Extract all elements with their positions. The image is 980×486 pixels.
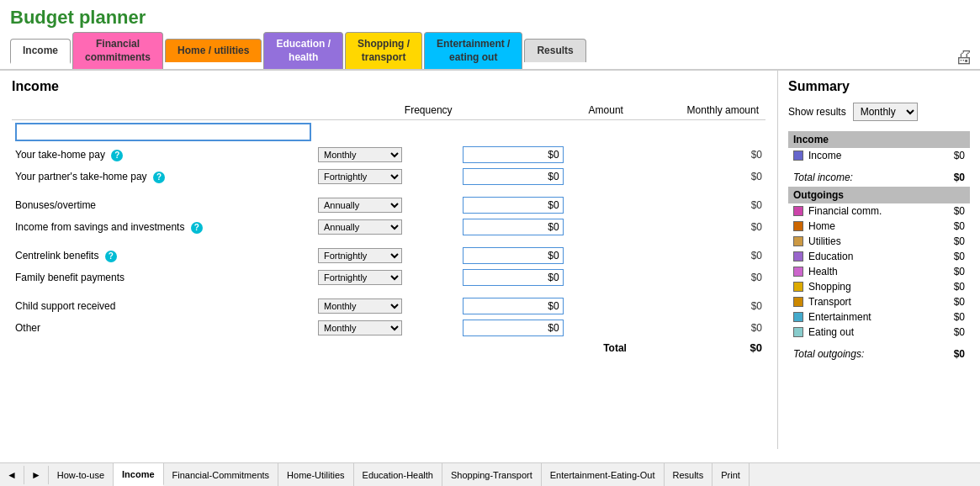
monthly-value: $0 (630, 144, 765, 166)
outgoing-health: Health $0 (788, 264, 970, 279)
table-row: Child support received MonthlyFortnightl… (12, 295, 765, 317)
col-amount: Amount (459, 101, 630, 120)
freq-select[interactable]: MonthlyFortnightlyWeeklyAnnually (318, 320, 402, 335)
tab-financial[interactable]: Financialcommitments (72, 32, 163, 69)
row-label: Child support received (12, 295, 315, 317)
bottom-tab-results[interactable]: Results (665, 463, 713, 486)
outgoing-education: Education $0 (788, 249, 970, 264)
print-button[interactable]: 🖨 (955, 46, 973, 68)
section-title: Income (12, 79, 765, 94)
row-label: Other (12, 317, 315, 339)
main-layout: Income Frequency Amount Monthly amount (0, 71, 980, 449)
freq-select[interactable]: MonthlyFortnightlyWeeklyAnnually (318, 198, 402, 213)
bottom-tab-financial[interactable]: Financial-Commitments (164, 463, 279, 486)
col-frequency: Frequency (315, 101, 459, 120)
total-outgoings-value: $0 (954, 348, 965, 360)
outgoing-utilities: Utilities $0 (788, 234, 970, 249)
amount-input[interactable] (463, 298, 564, 314)
summary-income-row: Income $0 (788, 148, 970, 163)
row-label: Family benefit payments (12, 267, 315, 288)
show-results-select[interactable]: Monthly Annually (853, 103, 918, 121)
prev-arrow[interactable]: ◄ (0, 466, 24, 484)
bottom-tab-income[interactable]: Income (114, 463, 164, 486)
total-income-row: Total income: $0 (788, 168, 970, 187)
row-label: Your partner's take-home pay ? (12, 166, 315, 188)
income-row-label: Income (808, 150, 940, 161)
app-title: Budget planner (10, 7, 970, 29)
nav-tabs: Income Financialcommitments Home / utili… (0, 32, 980, 71)
monthly-value: $0 (630, 166, 765, 188)
total-label: Total (459, 339, 630, 357)
app-container: Budget planner Income Financialcommitmen… (0, 0, 980, 486)
outgoing-transport: Transport $0 (788, 294, 970, 309)
amount-input[interactable] (463, 197, 564, 214)
freq-select[interactable]: MonthlyFortnightlyWeeklyAnnually (318, 147, 402, 162)
bottom-tab-entertainment[interactable]: Entertainment-Eating-Out (542, 463, 665, 486)
tab-home[interactable]: Home / utilities (165, 39, 262, 63)
income-name-input[interactable] (15, 123, 311, 141)
table-row: Your partner's take-home pay ? MonthlyFo… (12, 166, 765, 188)
freq-select[interactable]: MonthlyFortnightlyWeeklyAnnually (318, 270, 402, 285)
row-label: Centrelink benefits ? (12, 245, 315, 267)
bottom-tab-home[interactable]: Home-Utilities (278, 463, 353, 486)
amount-input[interactable] (463, 168, 564, 185)
content-area: Income Frequency Amount Monthly amount (0, 71, 778, 449)
freq-select[interactable]: MonthlyFortnightlyWeeklyAnnually (318, 219, 402, 235)
outgoing-financial: Financial comm. $0 (788, 203, 970, 219)
summary-title: Summary (788, 79, 970, 94)
monthly-value: $0 (630, 295, 765, 317)
outgoing-shopping: Shopping $0 (788, 279, 970, 294)
bottom-nav: ◄ ► (0, 466, 49, 484)
income-table: Frequency Amount Monthly amount (12, 101, 765, 357)
monthly-value: $0 (630, 317, 765, 339)
tab-shopping[interactable]: Shopping /transport (345, 32, 422, 69)
table-row: Family benefit payments MonthlyFortnight… (12, 267, 765, 288)
amount-input[interactable] (463, 146, 564, 163)
bottom-tab-print[interactable]: Print (712, 463, 750, 486)
monthly-value: $0 (630, 245, 765, 267)
outgoing-entertainment: Entertainment $0 (788, 309, 970, 325)
amount-input[interactable] (463, 247, 564, 264)
table-row: Other MonthlyFortnightlyWeeklyAnnually $… (12, 317, 765, 339)
amount-input[interactable] (463, 320, 564, 336)
summary-income-header: Income (788, 131, 970, 148)
monthly-value: $0 (630, 267, 765, 288)
bottom-bar: ◄ ► How-to-use Income Financial-Commitme… (0, 462, 980, 486)
amount-input[interactable] (463, 219, 564, 235)
summary-outgoings-header: Outgoings (788, 187, 970, 203)
help-icon[interactable]: ? (105, 251, 117, 262)
monthly-value: $0 (630, 216, 765, 238)
summary-panel: Summary Show results Monthly Annually In… (778, 71, 980, 449)
col-monthly: Monthly amount (630, 101, 765, 120)
tab-entertainment[interactable]: Entertainment /eating out (424, 32, 522, 69)
total-income-value: $0 (954, 172, 965, 183)
income-row-value: $0 (940, 150, 965, 161)
outgoing-eating-out: Eating out $0 (788, 325, 970, 340)
total-income-label: Total income: (793, 172, 954, 183)
amount-input[interactable] (463, 269, 564, 286)
freq-select[interactable]: MonthlyFortnightlyWeeklyAnnually (318, 298, 402, 314)
tab-income[interactable]: Income (10, 39, 71, 65)
row-label: Income from savings and investments ? (12, 216, 315, 238)
help-icon[interactable]: ? (191, 222, 203, 234)
bottom-tab-howtouse[interactable]: How-to-use (49, 463, 114, 486)
help-icon[interactable]: ? (111, 150, 123, 161)
summary-outgoings-section: Outgoings Financial comm. $0 Home $0 Uti… (788, 187, 970, 340)
bottom-tab-education[interactable]: Education-Health (354, 463, 442, 486)
bottom-tab-shopping[interactable]: Shopping-Transport (442, 463, 542, 486)
total-outgoings-label: Total outgoings: (793, 348, 954, 360)
table-row: Income from savings and investments ? Mo… (12, 216, 765, 238)
tab-education[interactable]: Education /health (263, 32, 343, 69)
monthly-value: $0 (630, 194, 765, 216)
table-row: Bonuses/overtime MonthlyFortnightlyWeekl… (12, 194, 765, 216)
print-area: 🖨 (955, 46, 973, 68)
freq-select[interactable]: MonthlyFortnightlyWeeklyAnnually (318, 248, 402, 263)
tab-results[interactable]: Results (524, 39, 585, 63)
outgoing-home: Home $0 (788, 219, 970, 234)
next-arrow[interactable]: ► (24, 466, 49, 484)
total-outgoings-row: Total outgoings: $0 (788, 345, 970, 363)
freq-select[interactable]: MonthlyFortnightlyWeeklyAnnually (318, 169, 402, 184)
help-icon[interactable]: ? (153, 172, 165, 183)
total-value: $0 (630, 339, 765, 357)
total-row: Total $0 (12, 339, 765, 357)
